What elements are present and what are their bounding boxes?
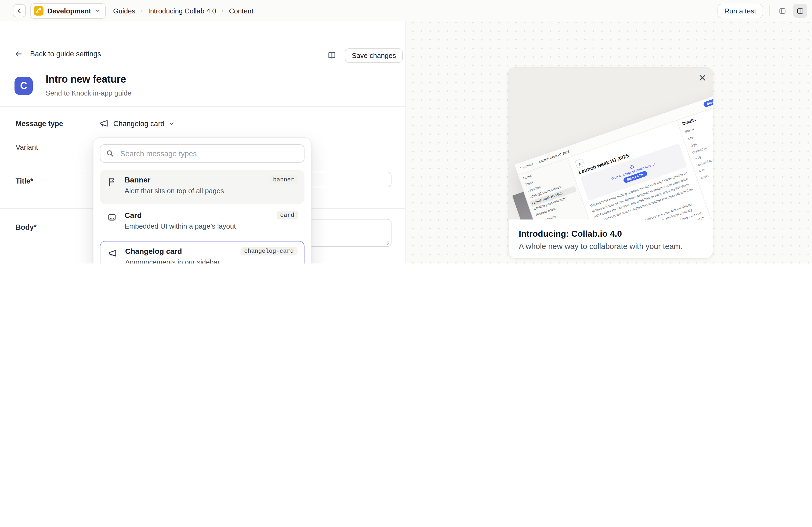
card-icon — [107, 212, 117, 222]
arrow-left-icon — [14, 49, 23, 59]
preview-card-subtitle: A whole new way to collaborate with your… — [519, 242, 682, 251]
breadcrumb-separator: › — [141, 7, 143, 15]
app-window: Development Guides › Introducing Collab … — [0, 0, 812, 264]
preview-card-title: Introducing: Collab.io 4.0 — [519, 229, 622, 239]
back-to-guide-settings[interactable]: Back to guide settings — [14, 49, 101, 59]
option-key-badge: changelog-card — [240, 247, 298, 255]
back-label: Back to guide settings — [30, 50, 101, 58]
history-back-button[interactable] — [13, 4, 26, 17]
guide-title: Intro new feature — [46, 74, 126, 85]
search-input[interactable] — [119, 149, 299, 158]
guide-avatar: C — [14, 77, 33, 95]
close-icon — [699, 74, 706, 81]
top-bar: Development Guides › Introducing Collab … — [0, 0, 812, 22]
message-type-dropdown: Banner Alert that sits on top of all pag… — [93, 137, 311, 264]
guide-subtitle: Send to Knock in-app guide — [46, 89, 131, 97]
message-type-select[interactable]: Changelog card — [99, 119, 175, 128]
panel-left-icon — [779, 6, 786, 16]
option-key-badge: card — [276, 211, 298, 220]
breadcrumb-guide-name[interactable]: Introducing Collab 4.0 — [148, 7, 216, 15]
save-changes-button[interactable]: Save changes — [345, 48, 403, 63]
toggle-left-panel-button[interactable] — [775, 4, 789, 18]
chevron-left-icon — [16, 7, 23, 14]
flag-icon — [107, 177, 117, 186]
message-type-value: Changelog card — [113, 119, 164, 127]
breadcrumb-content[interactable]: Content — [229, 7, 253, 15]
chevron-down-icon — [169, 120, 175, 126]
megaphone-icon — [99, 119, 109, 128]
chevron-down-icon — [95, 8, 100, 13]
environment-label: Development — [47, 7, 91, 15]
message-type-label: Message type — [16, 120, 63, 128]
changelog-preview-card: Favorites › Launch week H1 2025 Share Ho… — [508, 67, 713, 259]
breadcrumb: Guides › Introducing Collab 4.0 › Conten… — [113, 7, 253, 15]
textarea-resize-handle[interactable] — [385, 240, 389, 245]
toolbar-divider — [769, 5, 770, 16]
variant-label: Variant — [16, 143, 38, 151]
option-key-badge: banner — [269, 176, 298, 184]
breadcrumb-separator: › — [221, 7, 224, 15]
megaphone-icon — [108, 249, 118, 258]
docs-icon[interactable] — [327, 50, 337, 61]
environment-switcher[interactable]: Development — [30, 3, 105, 18]
guide-editor-panel: Back to guide settings Save changes C In… — [0, 21, 405, 264]
panel-right-icon — [796, 6, 804, 16]
git-branch-icon — [34, 6, 44, 16]
close-preview-button[interactable] — [699, 74, 706, 81]
divider — [0, 106, 405, 107]
preview-pane: Favorites › Launch week H1 2025 Share Ho… — [405, 21, 812, 264]
embedded-screenshot: Favorites › Launch week H1 2025 Share Ho… — [514, 89, 713, 220]
preview-image-area: Favorites › Launch week H1 2025 Share Ho… — [509, 67, 713, 220]
option-card[interactable]: Card Embedded UI within a page’s layout … — [100, 206, 305, 239]
mock-share-button: Share — [703, 98, 713, 108]
message-type-search[interactable] — [100, 144, 305, 163]
breadcrumb-guides[interactable]: Guides — [113, 7, 135, 15]
search-icon — [106, 149, 114, 158]
run-test-button[interactable]: Run a test — [717, 3, 763, 18]
mock-rocket-icon — [575, 158, 585, 168]
upload-icon — [628, 163, 635, 169]
option-banner[interactable]: Banner Alert that sits on top of all pag… — [100, 170, 305, 204]
body-label: Body* — [16, 223, 37, 231]
mock-breadcrumb-separator: › — [535, 161, 537, 165]
title-label: Title* — [16, 177, 33, 185]
option-changelog-card[interactable]: Changelog card Announcements in our side… — [100, 241, 305, 264]
mock-breadcrumb-favorites: Favorites — [520, 162, 534, 169]
toggle-right-panel-button[interactable] — [793, 4, 807, 18]
